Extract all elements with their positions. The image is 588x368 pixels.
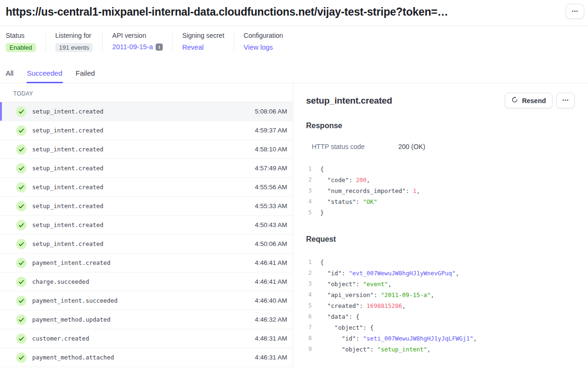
code-text: "object": "event", xyxy=(320,279,392,289)
line-number: 9 xyxy=(306,344,312,355)
api-version-label: API version xyxy=(112,32,163,39)
check-icon xyxy=(16,296,26,306)
tab-succeeded[interactable]: Succeeded xyxy=(27,69,62,83)
event-name: setup_intent.created xyxy=(32,108,255,115)
event-time: 4:46:40 AM xyxy=(255,297,287,304)
event-time: 4:46:41 AM xyxy=(255,259,287,266)
http-status-row: HTTP status code 200 (OK) xyxy=(312,143,575,150)
page-title: https://us-central1-mixpanel-internal-da… xyxy=(6,4,448,20)
event-name: setup_intent.created xyxy=(32,221,255,228)
event-time: 5:08:06 AM xyxy=(255,108,287,115)
event-time: 4:55:33 AM xyxy=(255,202,287,210)
resend-button[interactable]: Resend xyxy=(505,93,553,108)
view-logs-link[interactable]: View logs xyxy=(244,44,273,51)
response-code-block: 1{2 "code": 200,3 "num_records_imported"… xyxy=(306,164,575,218)
code-text: "object": { xyxy=(320,322,374,333)
code-line: 2 "id": "evt_007WewuJW8hgHJ1yWnevGPuq", xyxy=(306,268,575,279)
line-number: 4 xyxy=(306,196,312,207)
code-text: "num_records_imported": 1, xyxy=(320,185,420,196)
event-time: 4:50:06 AM xyxy=(255,240,287,247)
list-item[interactable]: setup_intent.created5:08:06 AM xyxy=(0,102,293,121)
check-icon xyxy=(16,163,26,174)
list-item[interactable]: setup_intent.created4:50:06 AM xyxy=(0,235,293,254)
code-line: 4 "api_version": "2011-09-15-a", xyxy=(306,289,575,300)
reveal-link[interactable]: Reveal xyxy=(182,44,203,51)
detail-header: setup_intent.created Resend ••• xyxy=(306,93,575,108)
event-time: 4:46:31 AM xyxy=(255,335,287,342)
event-time: 4:55:56 AM xyxy=(255,184,287,191)
list-item[interactable]: charge.succeeded4:46:41 AM xyxy=(0,272,293,291)
check-icon xyxy=(16,220,26,230)
event-time: 4:46:31 AM xyxy=(255,354,287,361)
event-name: setup_intent.created xyxy=(32,202,255,210)
meta-api-version: API version 2011-09-15-a i xyxy=(102,32,172,52)
configuration-label: Configuration xyxy=(244,32,283,39)
check-icon xyxy=(16,182,26,193)
content-area: TODAY setup_intent.created5:08:06 AMsetu… xyxy=(0,83,588,368)
ellipsis-icon: ••• xyxy=(562,98,569,103)
response-heading: Response xyxy=(306,122,575,130)
list-item[interactable]: payment_intent.succeeded4:46:40 AM xyxy=(0,291,293,310)
detail-overflow-button[interactable]: ••• xyxy=(556,93,575,108)
line-number: 7 xyxy=(306,322,312,333)
tab-all[interactable]: All xyxy=(6,69,14,83)
code-text: "object": "setup_intent", xyxy=(320,344,430,355)
list-group-label: TODAY xyxy=(0,83,293,102)
meta-listening-for: Listening for 191 events xyxy=(45,32,103,52)
check-icon xyxy=(16,258,26,268)
event-name: setup_intent.created xyxy=(32,165,255,172)
line-number: 1 xyxy=(306,257,312,268)
status-label: Status xyxy=(6,32,36,39)
code-line: 3 "object": "event", xyxy=(306,279,575,289)
info-icon: i xyxy=(156,44,163,51)
event-name: setup_intent.created xyxy=(32,146,255,153)
header-overflow-button[interactable]: ••• xyxy=(566,4,584,19)
event-time: 4:46:32 AM xyxy=(255,316,287,323)
code-line: 1{ xyxy=(306,257,575,268)
code-text: "id": "evt_007WewuJW8hgHJ1yWnevGPuq", xyxy=(320,268,459,279)
tab-failed[interactable]: Failed xyxy=(76,69,95,83)
line-number: 4 xyxy=(306,289,312,300)
list-item[interactable]: setup_intent.created4:59:37 AM xyxy=(0,121,293,140)
code-line: 3 "num_records_imported": 1, xyxy=(306,185,575,196)
list-item[interactable]: setup_intent.created4:55:33 AM xyxy=(0,197,293,216)
code-line: 4 "status": "OK" xyxy=(306,196,575,207)
events-count-badge: 191 events xyxy=(55,43,93,52)
line-number: 2 xyxy=(306,175,312,185)
http-status-value: 200 (OK) xyxy=(398,143,425,150)
check-icon xyxy=(16,352,26,363)
list-item[interactable]: setup_intent.created4:58:10 AM xyxy=(0,140,293,159)
line-number: 8 xyxy=(306,333,312,344)
ellipsis-icon: ••• xyxy=(571,9,579,14)
list-item[interactable]: setup_intent.created4:55:56 AM xyxy=(0,178,293,197)
line-number: 1 xyxy=(306,164,312,175)
code-line: 2 "code": 200, xyxy=(306,175,575,185)
event-name: setup_intent.created xyxy=(32,240,255,247)
line-number: 6 xyxy=(306,311,312,322)
code-line: 6 "data": { xyxy=(306,311,575,322)
check-icon xyxy=(16,239,26,249)
list-item[interactable]: setup_intent.created4:57:49 AM xyxy=(0,159,293,178)
code-text: "created": 1698815286, xyxy=(320,300,406,311)
event-name: customer.created xyxy=(32,335,255,342)
check-icon xyxy=(16,201,26,211)
list-item[interactable]: payment_method.attached4:46:31 AM xyxy=(0,348,293,367)
meta-configuration: Configuration View logs xyxy=(234,32,292,52)
list-item[interactable]: customer.created4:46:31 AM xyxy=(0,329,293,348)
code-text: "api_version": "2011-09-15-a", xyxy=(320,289,434,300)
check-icon xyxy=(16,125,26,136)
list-item[interactable]: payment_method.updated4:46:32 AM xyxy=(0,310,293,329)
request-code-block: 1{2 "id": "evt_007WewuJW8hgHJ1yWnevGPuq"… xyxy=(306,257,575,355)
event-time: 4:50:43 AM xyxy=(255,221,287,228)
line-number: 3 xyxy=(306,185,312,196)
list-item[interactable]: payment_intent.created4:46:41 AM xyxy=(0,254,293,272)
api-version-link[interactable]: 2011-09-15-a xyxy=(112,43,153,51)
check-icon xyxy=(16,106,26,117)
event-time: 4:58:10 AM xyxy=(255,146,287,153)
check-icon xyxy=(16,144,26,155)
webhook-meta-row: Status Enabled Listening for 191 events … xyxy=(0,26,588,59)
code-line: 5 "created": 1698815286, xyxy=(306,300,575,311)
top-bar: https://us-central1-mixpanel-internal-da… xyxy=(0,0,588,26)
line-number: 2 xyxy=(306,268,312,279)
list-item[interactable]: setup_intent.created4:50:43 AM xyxy=(0,216,293,235)
